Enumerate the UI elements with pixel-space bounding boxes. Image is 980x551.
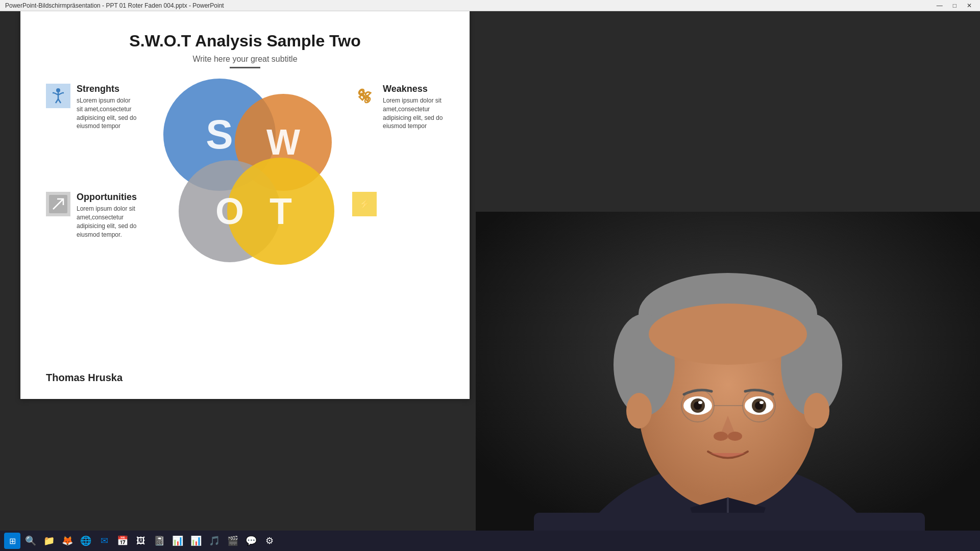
left-labels: Strenghts sLorem ipsum dolor sit amet,co… [46, 84, 138, 239]
weakness-block: Weakness Lorem ipsum dolor sit amet,cons… [352, 84, 444, 131]
settings-button[interactable]: ⚙ [261, 533, 278, 549]
threats-block: ⚡ [352, 192, 444, 216]
taskbar: ⊞ 🔍 📁 🦊 🌐 ✉ 📅 🖼 📓 📊 📊 🎵 🎬 💬 ⚙ [0, 531, 980, 551]
powerpoint-button[interactable]: 📊 [188, 533, 204, 549]
svg-line-7 [58, 99, 61, 103]
strengths-svg [49, 87, 67, 105]
notes-button[interactable]: 📓 [151, 533, 167, 549]
excel-button[interactable]: 📊 [169, 533, 186, 549]
opportunities-heading: Opportunities [77, 192, 138, 203]
opportunities-icon [46, 192, 70, 216]
photos-button[interactable]: 🖼 [133, 533, 149, 549]
opportunities-body: Lorem ipsum dolor sit amet,consectetur a… [77, 205, 138, 239]
threats-svg: ⚡ [356, 196, 373, 212]
svg-point-33 [714, 432, 728, 441]
weakness-heading: Weakness [383, 84, 444, 94]
browser-button[interactable]: 🦊 [59, 533, 76, 549]
opportunities-svg [49, 195, 67, 213]
files-button[interactable]: 📁 [41, 533, 57, 549]
svg-point-34 [728, 432, 742, 441]
weakness-body: Lorem ipsum dolor sit amet,consectetur a… [383, 96, 444, 131]
titlebar-title: PowerPoint-Bildschirmpräsentation - PPT … [5, 2, 224, 9]
subtitle-underline [230, 67, 260, 68]
strengths-text: Strenghts sLorem ipsum dolor sit amet,co… [77, 84, 138, 131]
presenter-name: Thomas Hruska [46, 372, 122, 384]
media-button[interactable]: 🎵 [206, 533, 223, 549]
letter-w: W [266, 122, 300, 163]
start-button[interactable]: ⊞ [4, 533, 20, 549]
svg-text:⚡: ⚡ [359, 198, 371, 210]
outlook-button[interactable]: ✉ [96, 533, 112, 549]
opportunities-block: Opportunities Lorem ipsum dolor sit amet… [46, 192, 138, 239]
weakness-svg [353, 85, 376, 107]
video-overlay [476, 212, 980, 551]
chrome-button[interactable]: 🌐 [78, 533, 94, 549]
strengths-body: sLorem ipsum dolor sit amet,consectetur … [77, 96, 138, 131]
svg-point-28 [698, 401, 702, 404]
opportunities-text: Opportunities Lorem ipsum dolor sit amet… [77, 192, 138, 239]
venn-diagram: S W O T [148, 79, 342, 272]
minimize-button[interactable]: — [934, 2, 946, 9]
presenter-svg-main [476, 212, 980, 551]
right-labels: Weakness Lorem ipsum dolor sit amet,cons… [352, 84, 444, 216]
weakness-text: Weakness Lorem ipsum dolor sit amet,cons… [383, 84, 444, 131]
swot-container: Strenghts sLorem ipsum dolor sit amet,co… [46, 79, 444, 272]
threats-icon: ⚡ [352, 192, 377, 216]
maximize-button[interactable]: □ [950, 2, 960, 9]
svg-point-36 [804, 393, 829, 429]
slide-title: S.W.O.T Analysis Sample Two [46, 32, 444, 51]
titlebar: PowerPoint-Bildschirmpräsentation - PPT … [0, 0, 980, 11]
svg-line-6 [56, 99, 58, 103]
letter-o: O [215, 190, 244, 232]
video-button[interactable]: 🎬 [225, 533, 241, 549]
svg-point-24 [649, 304, 807, 365]
titlebar-controls: — □ ✕ [934, 2, 975, 9]
letter-t: T [270, 190, 292, 232]
presenter-video [476, 212, 980, 551]
teams-button[interactable]: 💬 [243, 533, 259, 549]
svg-point-0 [56, 88, 60, 92]
svg-point-32 [760, 401, 764, 404]
slide-area: S.W.O.T Analysis Sample Two Write here y… [20, 11, 470, 399]
calendar-button[interactable]: 📅 [114, 533, 131, 549]
weakness-icon [352, 84, 377, 108]
slide-content: S.W.O.T Analysis Sample Two Write here y… [20, 11, 470, 399]
close-button[interactable]: ✕ [964, 2, 975, 9]
slide-subtitle: Write here your great subtitle [46, 55, 444, 64]
search-button[interactable]: 🔍 [22, 533, 39, 549]
strengths-heading: Strenghts [77, 84, 138, 94]
strengths-block: Strenghts sLorem ipsum dolor sit amet,co… [46, 84, 138, 131]
letter-s: S [206, 111, 233, 158]
strengths-icon [46, 84, 70, 108]
svg-point-35 [626, 393, 652, 429]
